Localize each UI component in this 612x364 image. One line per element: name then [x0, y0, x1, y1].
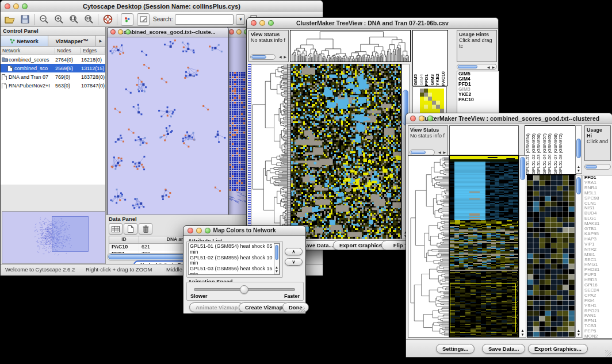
detail-cell [436, 89, 440, 93]
network-row[interactable]: combined_scores2764(0)16218(0) [1, 55, 105, 64]
minimize-button[interactable] [419, 116, 424, 121]
tv2-usage-scrollbar[interactable] [584, 164, 611, 170]
scroll-arrows-icon[interactable]: ▲▼ [576, 328, 582, 336]
zoom-actual-icon[interactable] [83, 14, 94, 25]
map-colors-dialog: Map Colors to Network Attribute List GPL… [183, 225, 306, 314]
detail-cell [440, 89, 444, 93]
network-row[interactable]: RNAPuberNov2+I563(0)107847(0) [1, 81, 105, 90]
tv2-row-dendrogram[interactable] [408, 155, 449, 338]
zoom-button[interactable] [268, 20, 274, 26]
annotation-icon[interactable] [137, 13, 150, 26]
detail-cell [420, 109, 424, 113]
tv1-usage-scrollbar[interactable]: ◀ ▶ [457, 64, 497, 70]
tv1-heatmap[interactable] [290, 64, 401, 239]
create-vizmap-button[interactable]: Create Vizmap [239, 302, 289, 312]
animate-vizmap-button[interactable]: Animate Vizmap [189, 302, 244, 312]
scroll-arrows-icon[interactable]: ◀ ▶ [279, 55, 287, 59]
zoom-button[interactable] [205, 228, 211, 233]
tv2-heatmap[interactable] [449, 155, 519, 338]
tv2-gene-scrollbar[interactable]: ▲▼ [575, 175, 582, 338]
network-name-text: combined_scores [9, 57, 49, 63]
search-input[interactable] [175, 14, 234, 25]
tv2-detail-heatmap[interactable] [527, 175, 575, 338]
birdseye-view[interactable] [2, 211, 106, 264]
attribute-list-item[interactable]: GPL51-01 (GSM854) heat shock 05 min [190, 244, 278, 255]
move-down-button[interactable]: ∨ [285, 258, 303, 266]
treeview2-titlebar[interactable]: ClusterMaker TreeView : combined_scores_… [406, 113, 612, 124]
treeview1-titlebar[interactable]: ClusterMaker TreeView : DNA and Tran 07-… [247, 18, 498, 29]
main-window-title: Cytoscape Desktop (Session Name: collins… [83, 3, 240, 10]
close-button[interactable] [110, 29, 116, 35]
attribute-list[interactable]: GPL51-01 (GSM854) heat shock 05 minGPL51… [188, 243, 280, 275]
tv2-vertical-scrollbar[interactable]: ▲▼ [519, 155, 526, 338]
tv1-column-dendrogram[interactable] [290, 30, 411, 62]
scroll-arrows-icon[interactable]: ▲▼ [519, 328, 526, 336]
minimize-button[interactable] [13, 3, 19, 9]
resize-grip[interactable] [605, 350, 611, 357]
tv1-row-dendrogram[interactable] [251, 64, 288, 239]
attribute-list-scrollbar[interactable]: ▲▼ [274, 243, 280, 274]
tab-vizmapper[interactable]: VizMapper™ [48, 36, 96, 46]
toolbar-separator [34, 14, 35, 25]
scroll-arrows-icon[interactable]: ◀ ▶ [438, 151, 446, 154]
zoom-button[interactable] [427, 116, 433, 121]
search-dropdown-arrow-icon[interactable]: ▼ [236, 14, 245, 25]
tv2-settings-button[interactable]: Settings... [436, 344, 475, 354]
network-name-text: combined_sco [14, 66, 48, 71]
minimize-button[interactable] [118, 29, 123, 35]
search-area: Search: ▼ [153, 14, 245, 25]
tv1-detail-heatmap[interactable] [420, 89, 444, 113]
tv2-status-scrollbar[interactable] [410, 150, 435, 155]
minimize-button[interactable] [259, 20, 265, 26]
tv2-collabel-scrollbar[interactable]: ▲▼ [575, 125, 582, 174]
treeview1-title: ClusterMaker TreeView : DNA and Tran 07-… [296, 20, 449, 26]
zoom-button[interactable] [125, 29, 131, 35]
scroll-arrows-icon[interactable]: ▲▼ [274, 265, 279, 273]
network-view-titlebar[interactable]: combined_scores_good.txt--cluste... [108, 28, 228, 37]
close-button[interactable] [229, 29, 234, 35]
tv2-row-dendrogram-canvas [408, 156, 449, 337]
detail-cell [424, 101, 428, 105]
close-button[interactable] [5, 3, 10, 9]
network-row[interactable]: DNA and Tran 07769(0)183728(0) [1, 72, 105, 81]
help-lifesaver-icon[interactable] [102, 14, 113, 25]
zoom-in-icon[interactable] [53, 14, 64, 25]
animation-speed-slider-thumb[interactable] [240, 285, 248, 294]
treeview2-window: ClusterMaker TreeView : combined_scores_… [406, 113, 612, 358]
save-icon[interactable] [19, 14, 30, 25]
network-row[interactable]: combined_sco2569(6)13112(15) [1, 64, 105, 72]
tv1-heatmap-canvas [291, 64, 401, 239]
network-canvas[interactable] [108, 37, 227, 214]
tab-network[interactable]: Network [1, 36, 48, 46]
main-titlebar[interactable]: Cytoscape Desktop (Session Name: collins… [1, 1, 323, 13]
tv2-export-graphics-button[interactable]: Export Graphics... [528, 344, 588, 354]
tv2-save-data-button[interactable]: Save Data... [482, 344, 525, 354]
tab-overflow-button[interactable]: ► [96, 36, 105, 46]
minimize-button[interactable] [196, 228, 202, 233]
tv1-status-scrollbar[interactable] [250, 54, 276, 60]
scroll-arrows-icon[interactable]: ◀ ▶ [487, 66, 495, 69]
resize-grip[interactable] [299, 306, 305, 313]
open-folder-icon[interactable] [4, 14, 16, 25]
network-view-window[interactable]: combined_scores_good.txt--cluste... [107, 27, 229, 214]
new-attribute-icon[interactable] [124, 223, 137, 235]
delete-attribute-trash-icon[interactable] [139, 223, 152, 235]
dialog-titlebar[interactable]: Map Colors to Network [183, 226, 305, 236]
attribute-list-item[interactable]: GPL51-03 (GSM856) heat shock 15 min [190, 266, 278, 275]
close-button[interactable] [251, 20, 257, 26]
close-button[interactable] [410, 116, 416, 121]
attribute-list-item[interactable]: GPL51-02 (GSM855) heat shock 10 min [190, 255, 278, 267]
vizmap-icon[interactable] [121, 13, 133, 26]
zoom-out-icon[interactable] [38, 14, 49, 25]
minimize-button[interactable] [236, 29, 242, 35]
attribute-table-icon[interactable] [109, 223, 123, 235]
move-up-button[interactable]: ∧ [285, 248, 303, 255]
scroll-arrows-icon[interactable]: ▲▼ [576, 164, 582, 173]
detail-cell [432, 89, 436, 93]
animation-speed-group: Slower Faster [186, 282, 304, 301]
detail-cell [420, 97, 424, 101]
zoom-button[interactable] [22, 3, 28, 9]
close-button[interactable] [188, 228, 193, 233]
tv1-view-status-panel: View Status No status info f ◀ ▶ [248, 30, 289, 62]
zoom-fit-icon[interactable] [68, 14, 79, 25]
